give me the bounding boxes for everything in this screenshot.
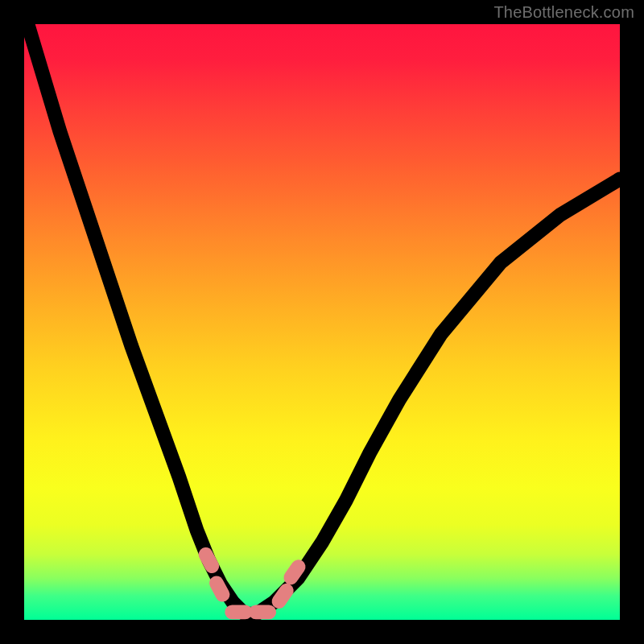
watermark-text: TheBottleneck.com [493, 3, 634, 22]
plot-area [24, 24, 620, 620]
curve-layer [24, 24, 620, 620]
curve-markers [196, 545, 308, 619]
curve-marker [249, 605, 276, 620]
curve-marker [225, 605, 252, 620]
bottleneck-curve [24, 24, 620, 614]
chart-frame: TheBottleneck.com [0, 0, 644, 644]
